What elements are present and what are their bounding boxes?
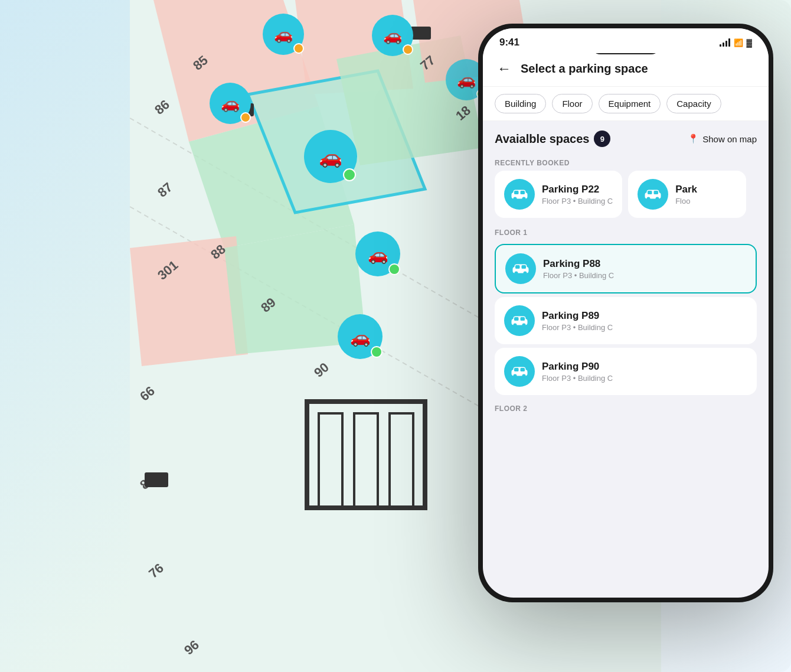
parking-card-p22[interactable]: Parking P22 Floor P3 • Building C — [495, 171, 622, 218]
parking-info-p89: Parking P89 Floor P3 • Building C — [542, 310, 747, 332]
parking-name-p89: Parking P89 — [542, 310, 747, 322]
floor1-section: FLOOR 1 — [483, 223, 769, 395]
svg-point-80 — [522, 374, 526, 378]
svg-rect-63 — [648, 191, 652, 194]
parking-info-partial: Park Floo — [675, 184, 737, 205]
car-icon-p22 — [504, 179, 535, 210]
svg-point-62 — [656, 197, 659, 201]
svg-point-40 — [241, 113, 250, 122]
filter-building[interactable]: Building — [495, 94, 546, 113]
battery-icon: ▓ — [747, 38, 752, 47]
svg-rect-76 — [521, 317, 525, 321]
app-header: ← Select a parking space — [483, 53, 769, 87]
svg-rect-58 — [521, 191, 525, 194]
content-area: Avaialble spaces 9 📍 Show on map RECENTL… — [483, 121, 769, 427]
svg-rect-64 — [654, 191, 659, 194]
svg-rect-29 — [410, 27, 431, 40]
svg-point-46 — [389, 264, 400, 275]
parking-name-p88: Parking P88 — [543, 258, 746, 270]
svg-point-68 — [524, 272, 527, 275]
filter-floor[interactable]: Floor — [552, 94, 592, 113]
car-icon-partial — [638, 179, 668, 210]
svg-point-49 — [371, 347, 382, 357]
available-left: Avaialble spaces 9 — [495, 131, 610, 147]
filter-equipment[interactable]: Equipment — [599, 94, 661, 113]
svg-point-34 — [294, 44, 303, 53]
parking-name-partial: Park — [675, 184, 737, 195]
wifi-icon: 📶 — [734, 38, 743, 47]
svg-point-79 — [514, 374, 517, 378]
svg-rect-82 — [521, 368, 525, 371]
recently-booked-label: RECENTLY BOOKED — [483, 153, 769, 171]
svg-point-74 — [522, 324, 526, 327]
parking-sub-p22: Floor P3 • Building C — [542, 197, 613, 205]
svg-rect-69 — [515, 265, 520, 269]
svg-point-73 — [514, 324, 517, 327]
available-title: Avaialble spaces — [495, 132, 589, 146]
page-title: Select a parking space — [521, 62, 648, 76]
status-time: 9:41 — [499, 37, 519, 48]
svg-point-56 — [522, 197, 526, 201]
svg-text:🚗: 🚗 — [274, 25, 293, 44]
svg-text:🚗: 🚗 — [368, 245, 388, 265]
parking-card-p90[interactable]: Parking P90 Floor P3 • Building C — [495, 348, 757, 395]
svg-text:🚗: 🚗 — [457, 70, 476, 89]
map-pin-icon: 📍 — [688, 133, 699, 144]
phone-frame: 9:41 📶 ▓ ← Select a parking space Buildi… — [478, 24, 773, 602]
svg-rect-57 — [514, 191, 519, 194]
parking-name-p90: Parking P90 — [542, 361, 747, 373]
floor2-label: FLOOR 2 — [483, 399, 769, 415]
parking-info-p88: Parking P88 Floor P3 • Building C — [543, 258, 746, 280]
svg-rect-81 — [514, 368, 519, 371]
parking-info-p22: Parking P22 Floor P3 • Building C — [542, 184, 613, 205]
signal-icon — [720, 38, 730, 47]
svg-point-67 — [515, 272, 518, 275]
svg-point-55 — [514, 197, 517, 201]
parking-card-partial[interactable]: Park Floo — [628, 171, 746, 218]
parking-card-p89[interactable]: Parking P89 Floor P3 • Building C — [495, 297, 757, 344]
parking-sub-p90: Floor P3 • Building C — [542, 374, 747, 383]
available-header: Avaialble spaces 9 📍 Show on map — [483, 121, 769, 153]
show-on-map-label: Show on map — [702, 134, 757, 144]
recently-booked-row: Parking P22 Floor P3 • Building C — [483, 171, 769, 218]
phone-screen: 9:41 📶 ▓ ← Select a parking space Buildi… — [483, 28, 769, 598]
show-on-map-button[interactable]: 📍 Show on map — [688, 133, 757, 144]
svg-rect-31 — [145, 472, 168, 487]
svg-rect-70 — [522, 265, 527, 269]
car-icon-p89 — [504, 305, 535, 336]
svg-rect-75 — [514, 317, 519, 321]
svg-point-37 — [403, 45, 413, 54]
parking-sub-partial: Floo — [675, 197, 737, 205]
car-icon-p88 — [505, 253, 536, 284]
status-icons: 📶 ▓ — [720, 38, 752, 47]
status-bar: 9:41 📶 ▓ — [483, 28, 769, 53]
filters-row: Building Floor Equipment Capacity — [483, 87, 769, 121]
count-badge: 9 — [594, 131, 610, 147]
svg-point-43 — [344, 169, 355, 181]
svg-text:🚗: 🚗 — [221, 94, 240, 113]
parking-sub-p89: Floor P3 • Building C — [542, 323, 747, 332]
svg-point-61 — [647, 197, 651, 201]
back-button[interactable]: ← — [497, 60, 511, 77]
svg-text:🚗: 🚗 — [319, 146, 342, 168]
svg-text:🚗: 🚗 — [383, 26, 403, 45]
floor1-label: FLOOR 1 — [483, 223, 769, 240]
phone-device: 9:41 📶 ▓ ← Select a parking space Buildi… — [478, 24, 773, 602]
parking-card-p88[interactable]: Parking P88 Floor P3 • Building C — [495, 244, 757, 293]
car-icon-p90 — [504, 356, 535, 387]
parking-name-p22: Parking P22 — [542, 184, 613, 195]
svg-text:🚗: 🚗 — [350, 328, 371, 347]
parking-sub-p88: Floor P3 • Building C — [543, 271, 746, 280]
parking-info-p90: Parking P90 Floor P3 • Building C — [542, 361, 747, 383]
filter-capacity[interactable]: Capacity — [666, 94, 721, 113]
